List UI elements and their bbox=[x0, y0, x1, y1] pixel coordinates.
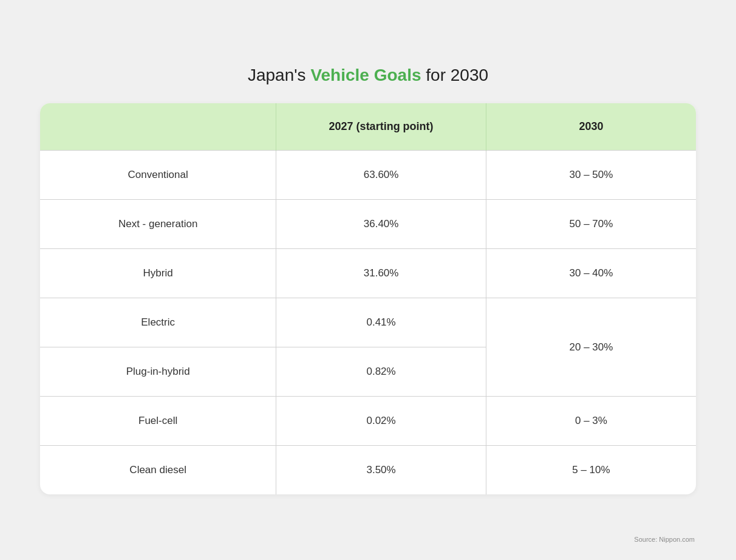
table-row: Next - generation36.40%50 – 70% bbox=[40, 200, 696, 249]
table-body: Conventional63.60%30 – 50%Next - generat… bbox=[40, 151, 696, 495]
val-2030-cell: 30 – 50% bbox=[486, 151, 696, 200]
val-2027-cell: 31.60% bbox=[276, 249, 486, 298]
category-cell: Plug-in-hybrid bbox=[40, 347, 276, 397]
val-2030-cell: 5 – 10% bbox=[486, 446, 696, 495]
page-title: Japan's Vehicle Goals for 2030 bbox=[248, 66, 488, 85]
table-header-row: 2027 (starting point) 2030 bbox=[40, 103, 696, 151]
val-2027-cell: 63.60% bbox=[276, 151, 486, 200]
table-row: Electric0.41%20 – 30% bbox=[40, 298, 696, 347]
val-2030-cell: 20 – 30% bbox=[486, 298, 696, 397]
col1-header bbox=[40, 103, 276, 151]
title-part1: Japan's bbox=[248, 66, 310, 84]
category-cell: Hybrid bbox=[40, 249, 276, 298]
val-2027-cell: 3.50% bbox=[276, 446, 486, 495]
val-2030-cell: 0 – 3% bbox=[486, 397, 696, 446]
col2-header: 2027 (starting point) bbox=[276, 103, 486, 151]
val-2027-cell: 36.40% bbox=[276, 200, 486, 249]
table-container: 2027 (starting point) 2030 Conventional6… bbox=[40, 103, 696, 494]
val-2027-cell: 0.82% bbox=[276, 347, 486, 397]
category-cell: Next - generation bbox=[40, 200, 276, 249]
table-row: Fuel-cell0.02%0 – 3% bbox=[40, 397, 696, 446]
val-2030-cell: 50 – 70% bbox=[486, 200, 696, 249]
col3-header: 2030 bbox=[486, 103, 696, 151]
val-2027-cell: 0.02% bbox=[276, 397, 486, 446]
category-cell: Electric bbox=[40, 298, 276, 347]
val-2027-cell: 0.41% bbox=[276, 298, 486, 347]
table-row: Conventional63.60%30 – 50% bbox=[40, 151, 696, 200]
data-table: 2027 (starting point) 2030 Conventional6… bbox=[40, 103, 696, 494]
val-2030-cell: 30 – 40% bbox=[486, 249, 696, 298]
page-wrapper: Japan's Vehicle Goals for 2030 2027 (sta… bbox=[0, 0, 736, 560]
category-cell: Clean diesel bbox=[40, 446, 276, 495]
category-cell: Conventional bbox=[40, 151, 276, 200]
title-highlight: Vehicle Goals bbox=[310, 66, 421, 84]
source-note: Source: Nippon.com bbox=[634, 536, 695, 543]
table-row: Hybrid31.60%30 – 40% bbox=[40, 249, 696, 298]
table-row: Clean diesel3.50%5 – 10% bbox=[40, 446, 696, 495]
category-cell: Fuel-cell bbox=[40, 397, 276, 446]
title-part2: for 2030 bbox=[421, 66, 489, 84]
